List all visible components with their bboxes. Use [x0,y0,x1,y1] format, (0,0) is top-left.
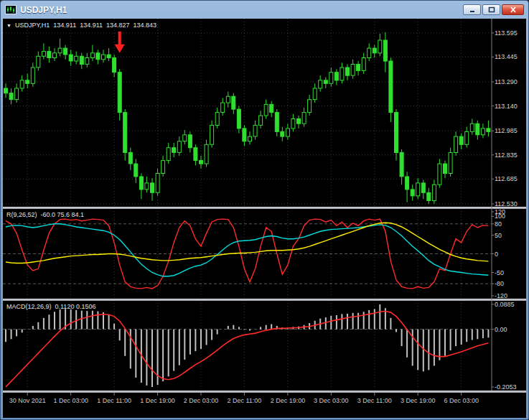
candle-body [291,119,295,129]
scale-label: 100 [495,213,505,220]
scale-label: 112.530 [495,200,518,207]
candle-body [476,123,479,135]
candle-body [465,131,469,144]
candle-body [253,125,257,136]
candle-body [26,80,29,84]
candle-body [15,88,19,100]
candle-body [96,53,100,60]
candle-body [42,52,45,57]
candle-body [58,48,62,53]
candle-body [134,164,138,177]
candle-body [308,100,312,113]
candle-body [481,129,484,135]
candle-body [427,192,431,200]
time-label: 1 Dec 03:00 [53,397,88,404]
scale-label: -50 [495,269,504,276]
maximize-button[interactable] [482,4,500,15]
time-label: 1 Dec 11:00 [97,397,131,404]
candle-body [145,183,149,190]
time-label: 2 Dec 11:00 [227,397,261,404]
close-button[interactable] [502,4,524,15]
candle-body [177,141,181,153]
candle-body [151,183,154,192]
candle-body [421,183,425,192]
candle-body [259,116,263,125]
candle-body [449,152,452,173]
candle-body [128,152,132,164]
candle-body [156,174,159,193]
candle-body [75,56,78,61]
window-controls [463,4,524,15]
candle-body [80,56,83,64]
maximize-icon [488,6,495,13]
candle-body [85,58,89,65]
time-label: 2 Dec 03:00 [184,397,219,404]
candle-body [139,177,143,190]
time-label: 3 Dec 03:00 [314,397,349,404]
candle-body [264,104,268,116]
scale-label: 113.445 [495,53,518,60]
candle-body [373,48,376,53]
scale-label: 113.595 [495,29,518,37]
candle-body [200,161,203,164]
candle-body [319,80,322,88]
candle-body [313,88,317,100]
candle-body [368,48,371,57]
candle-body [302,113,306,124]
chart-window: USDJPY,H1 113.595113.445113.290113.14011… [0,0,529,420]
scale-label: 0.00 [495,326,507,333]
candle-body [487,129,490,132]
minimize-button[interactable] [463,4,481,15]
candle-body [351,65,355,76]
candle-body [470,123,474,131]
candle-body [215,113,219,126]
scale-label: 0 [495,251,498,258]
scale-label: 113.140 [495,103,518,110]
candle-body [406,177,409,190]
titlebar[interactable]: USDJPY,H1 [3,1,526,19]
candle-body [248,136,252,141]
candle-body [324,80,327,84]
scale-label: 0.0885 [495,301,515,308]
candle-body [362,58,365,71]
candle-body [438,164,441,185]
candle-body [383,40,387,61]
candle-body [334,73,338,80]
chart-canvas: 113.595113.445113.290113.140112.985112.8… [3,19,526,418]
scale-label: -80 [495,280,504,287]
window-title: USDJPY,H1 [20,5,67,15]
candle-body [270,104,273,112]
candle-body [459,136,463,144]
candle-body [444,164,447,173]
candle-body [346,67,350,75]
candle-body [275,113,278,132]
candle-body [281,131,284,136]
candle-body [454,136,458,152]
candle-body [37,56,40,67]
candle-body [123,113,127,153]
chart-window-icon [5,5,17,14]
candle-body [243,129,246,141]
candle-body [118,73,121,113]
candle-body [113,58,116,73]
candle-body [389,61,393,113]
candle-body [102,55,106,60]
time-label: 1 Dec 19:00 [140,397,175,404]
candle-body [378,40,382,53]
candle-body [432,185,436,200]
candle-body [357,65,360,71]
candle-body [286,129,289,136]
candle-body [237,109,240,129]
candle-body [221,103,225,112]
time-label: 3 Dec 19:00 [401,397,436,404]
candle-body [297,119,301,124]
scale-label: 80 [495,220,502,228]
scale-label: 113.290 [495,78,518,85]
candle-body [188,135,192,148]
time-label: 6 Dec 03:00 [444,397,479,404]
scale-label: 112.835 [495,151,518,159]
time-label: 3 Dec 11:00 [357,397,392,404]
chart-client-area: 113.595113.445113.290113.140112.985112.8… [3,19,526,418]
candle-body [167,148,170,161]
candle-body [107,55,111,58]
